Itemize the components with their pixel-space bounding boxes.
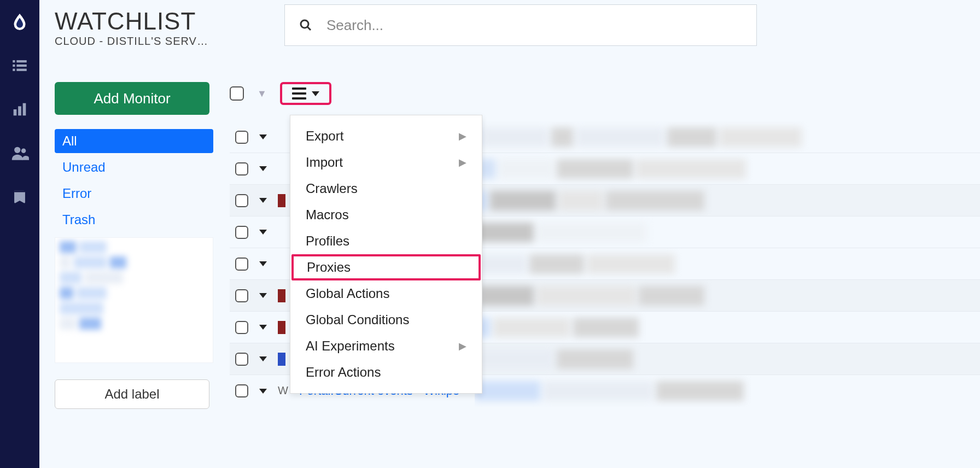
menu-item-label: Macros: [306, 207, 349, 223]
row-checkbox[interactable]: [235, 353, 248, 366]
row-favicon: [278, 321, 285, 334]
menu-item-error-actions[interactable]: Error Actions: [290, 359, 482, 385]
row-favicon: [278, 289, 285, 302]
menu-item-proxies[interactable]: Proxies: [291, 254, 481, 280]
svg-rect-5: [16, 69, 26, 71]
row-favicon: W: [278, 384, 288, 397]
row-caret-icon[interactable]: [259, 261, 267, 266]
svg-rect-1: [16, 60, 26, 62]
menu-item-global-conditions[interactable]: Global Conditions: [290, 307, 482, 333]
row-checkbox[interactable]: [235, 258, 248, 271]
search-input[interactable]: [326, 5, 756, 45]
row-content-redacted: [475, 375, 980, 407]
svg-rect-7: [18, 106, 21, 115]
page-title: WATCHLIST: [55, 8, 219, 35]
menu-item-label: Error Actions: [306, 365, 381, 380]
menu-item-label: AI Experiments: [306, 338, 395, 354]
submenu-caret-icon: ▶: [459, 130, 466, 142]
add-monitor-button[interactable]: Add Monitor: [55, 82, 209, 115]
menu-item-label: Crawlers: [306, 181, 358, 196]
menu-item-label: Global Conditions: [306, 312, 409, 327]
svg-rect-2: [13, 65, 15, 67]
title-block: WATCHLIST CLOUD - DISTILL'S SERV…: [55, 8, 219, 48]
select-all-checkbox[interactable]: [230, 86, 244, 101]
menu-item-label: Global Actions: [306, 286, 389, 301]
menu-item-label: Import: [306, 155, 343, 170]
sidebar: Add Monitor All Unread Error Trash Add l…: [55, 82, 213, 409]
row-favicon: [278, 226, 285, 239]
svg-point-9: [14, 147, 20, 153]
filter-trash[interactable]: Trash: [55, 208, 213, 232]
menu-item-label: Export: [306, 128, 343, 144]
filter-unread[interactable]: Unread: [55, 155, 213, 179]
svg-line-13: [307, 27, 311, 30]
menu-item-global-actions[interactable]: Global Actions: [290, 280, 482, 307]
add-label-button[interactable]: Add label: [55, 379, 209, 409]
book-icon[interactable]: [9, 186, 31, 208]
users-icon[interactable]: [9, 142, 31, 164]
svg-rect-11: [14, 191, 25, 192]
submenu-caret-icon: ▶: [459, 156, 466, 168]
svg-rect-4: [13, 69, 15, 71]
row-checkbox[interactable]: [235, 321, 248, 334]
caret-down-icon: [312, 91, 319, 96]
more-menu-button[interactable]: [280, 82, 331, 105]
filter-error[interactable]: Error: [55, 182, 213, 206]
page-subtitle: CLOUD - DISTILL'S SERV…: [55, 35, 213, 48]
row-favicon: [278, 353, 285, 366]
row-checkbox[interactable]: [235, 131, 248, 144]
menu-item-crawlers[interactable]: Crawlers: [290, 176, 482, 202]
row-checkbox[interactable]: [235, 194, 248, 207]
list-icon[interactable]: [9, 55, 31, 77]
row-caret-icon[interactable]: [259, 293, 267, 298]
labels-area-redacted: [55, 237, 213, 363]
row-checkbox[interactable]: [235, 289, 248, 302]
distill-logo-icon[interactable]: [9, 11, 31, 33]
row-caret-icon[interactable]: [259, 134, 267, 139]
svg-rect-8: [23, 103, 26, 116]
svg-rect-6: [14, 109, 17, 115]
select-all-caret-icon[interactable]: ▼: [257, 88, 267, 100]
row-caret-icon[interactable]: [259, 325, 267, 330]
bar-chart-icon[interactable]: [9, 98, 31, 120]
filter-list: All Unread Error Trash: [55, 129, 213, 232]
row-caret-icon[interactable]: [259, 198, 267, 203]
svg-rect-3: [16, 65, 26, 67]
hamburger-icon: [292, 87, 306, 100]
menu-item-label: Proxies: [307, 260, 351, 275]
svg-rect-0: [13, 60, 15, 62]
menu-item-profiles[interactable]: Profiles: [290, 228, 482, 254]
row-favicon: [278, 131, 285, 144]
svg-point-12: [301, 20, 308, 28]
row-caret-icon[interactable]: [259, 166, 267, 171]
row-caret-icon[interactable]: [259, 230, 267, 235]
search-box[interactable]: [284, 4, 757, 46]
more-menu-dropdown: Export▶ Import▶ Crawlers Macros Profiles…: [290, 115, 482, 394]
header: WATCHLIST CLOUD - DISTILL'S SERV…: [55, 0, 980, 55]
row-favicon: [278, 194, 285, 207]
search-icon: [285, 5, 326, 45]
row-checkbox[interactable]: [235, 226, 248, 239]
menu-item-import[interactable]: Import▶: [290, 149, 482, 176]
row-caret-icon[interactable]: [259, 389, 267, 394]
menu-item-macros[interactable]: Macros: [290, 202, 482, 228]
row-favicon: [278, 258, 285, 271]
row-caret-icon[interactable]: [259, 356, 267, 361]
row-checkbox[interactable]: [235, 162, 248, 176]
submenu-caret-icon: ▶: [459, 340, 466, 352]
left-icon-rail: [0, 0, 39, 468]
menu-item-export[interactable]: Export▶: [290, 123, 482, 149]
svg-point-10: [21, 149, 26, 154]
row-favicon: [278, 162, 285, 176]
filter-all[interactable]: All: [55, 129, 213, 153]
menu-item-ai-experiments[interactable]: AI Experiments▶: [290, 333, 482, 359]
list-toolbar: ▼: [230, 82, 331, 105]
menu-item-label: Profiles: [306, 233, 349, 249]
row-checkbox[interactable]: [235, 384, 248, 397]
